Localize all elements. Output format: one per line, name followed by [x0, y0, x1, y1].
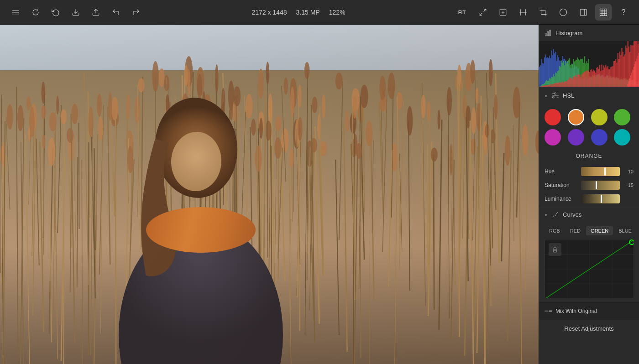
panel-button[interactable]: [575, 4, 592, 21]
hsl-icon: [552, 92, 559, 99]
photo-container: [0, 25, 539, 364]
mix-row: Mix With Original: [545, 307, 634, 315]
history-icon: [52, 8, 60, 16]
compare-button[interactable]: [515, 4, 531, 21]
curves-label: Curves: [563, 211, 581, 218]
color-cyan[interactable]: [614, 129, 630, 146]
image-zoom: 122%: [329, 9, 346, 16]
menu-button[interactable]: [7, 4, 24, 21]
curves-delete-button[interactable]: [549, 243, 561, 256]
help-button[interactable]: ?: [615, 4, 632, 21]
crop-icon: [539, 8, 547, 16]
fullscreen-button[interactable]: [475, 4, 491, 21]
share-icon: [92, 8, 100, 16]
color-blue[interactable]: [591, 129, 608, 146]
svg-point-12: [560, 9, 567, 16]
svg-rect-36: [545, 311, 548, 312]
svg-point-26: [554, 93, 556, 94]
image-info: 2172 x 1448 3.15 MP 122%: [251, 9, 345, 16]
color-magenta[interactable]: [545, 129, 561, 146]
curves-canvas-container[interactable]: [545, 239, 634, 298]
download-button[interactable]: [68, 4, 84, 21]
panel-icon: [579, 8, 587, 16]
curves-icon: [552, 211, 559, 218]
selected-color-label: ORANGE: [539, 151, 639, 165]
histogram-canvas: [539, 41, 639, 87]
saturation-value: -15: [623, 182, 634, 188]
saturation-slider[interactable]: [581, 181, 620, 190]
svg-point-27: [552, 96, 554, 98]
brush-icon: [599, 8, 608, 16]
curves-area: [539, 235, 639, 302]
histogram-label: Histogram: [555, 30, 582, 36]
history-button[interactable]: [47, 4, 64, 21]
ellipse-button[interactable]: [555, 4, 571, 21]
share-button[interactable]: [88, 4, 104, 21]
undo-icon: [112, 8, 120, 16]
ellipse-icon: [559, 8, 567, 16]
tab-green[interactable]: GREEN: [586, 226, 613, 235]
fit-button[interactable]: FIT: [453, 4, 471, 21]
image-dimensions: 2172 x 1448: [251, 9, 287, 16]
toolbar-left: [7, 4, 144, 21]
main-area: Histogram ● HSL: [0, 25, 639, 364]
saturation-slider-row: Saturation -15: [539, 178, 639, 192]
hsl-section: ● HSL ORANGE: [539, 87, 639, 206]
tab-blue[interactable]: BLUE: [614, 226, 636, 235]
luminance-slider[interactable]: [581, 194, 620, 203]
crop-button[interactable]: [535, 4, 551, 21]
luminance-slider-row: Luminance: [539, 192, 639, 206]
text-tool-button[interactable]: [495, 4, 511, 21]
svg-rect-37: [549, 311, 552, 312]
svg-rect-15: [600, 9, 607, 16]
svg-rect-22: [550, 30, 551, 36]
color-red[interactable]: [545, 109, 561, 125]
expand-icon: ●: [545, 93, 547, 98]
color-orange[interactable]: [568, 109, 584, 125]
image-megapixels: 3.15 MP: [296, 9, 320, 16]
svg-rect-13: [580, 9, 587, 16]
redo-button[interactable]: [128, 4, 144, 21]
svg-rect-21: [547, 31, 549, 36]
histogram-header: Histogram: [539, 25, 639, 41]
photo-canvas: [0, 25, 539, 364]
text-tool-icon: [499, 8, 507, 16]
image-area[interactable]: [0, 25, 539, 364]
tab-red[interactable]: RED: [566, 226, 585, 235]
redo-icon: [132, 8, 140, 16]
curves-expand-icon: ●: [545, 212, 547, 217]
mix-section: Mix With Original: [539, 302, 639, 320]
color-yellow[interactable]: [591, 109, 608, 125]
histogram-icon: [545, 29, 552, 36]
svg-line-7: [480, 13, 482, 15]
hsl-label: HSL: [563, 92, 574, 99]
tab-rgb[interactable]: RGB: [545, 226, 565, 235]
reset-button[interactable]: Reset Adjustments: [539, 320, 639, 338]
toolbar-right: FIT: [453, 4, 632, 21]
compare-icon: [519, 8, 527, 16]
color-green[interactable]: [614, 109, 630, 125]
hue-slider[interactable]: [581, 167, 620, 176]
fullscreen-icon: [479, 8, 487, 16]
hsl-color-grid: [539, 104, 639, 151]
trash-icon: [552, 246, 558, 253]
color-purple[interactable]: [568, 129, 584, 146]
svg-rect-20: [545, 33, 546, 36]
hue-label: Hue: [545, 168, 577, 175]
brush-button[interactable]: [595, 4, 612, 21]
histogram-section: Histogram: [539, 25, 639, 87]
toolbar-center: 2172 x 1448 3.15 MP 122%: [144, 9, 453, 16]
curves-header: ● Curves: [539, 206, 639, 223]
hue-slider-row: Hue 10: [539, 165, 639, 178]
curves-tabs: RGB RED GREEN BLUE: [539, 223, 639, 235]
mix-icon: [545, 309, 552, 313]
download-icon: [72, 8, 80, 16]
hue-value: 10: [623, 169, 634, 174]
right-panel: Histogram ● HSL: [539, 25, 639, 364]
sync-button[interactable]: [27, 4, 44, 21]
undo-button[interactable]: [108, 4, 124, 21]
menu-icon: [11, 8, 20, 16]
curves-section: ● Curves RGB RED GREEN BLUE: [539, 206, 639, 302]
toolbar: 2172 x 1448 3.15 MP 122% FIT: [0, 0, 639, 25]
svg-line-6: [484, 9, 486, 11]
